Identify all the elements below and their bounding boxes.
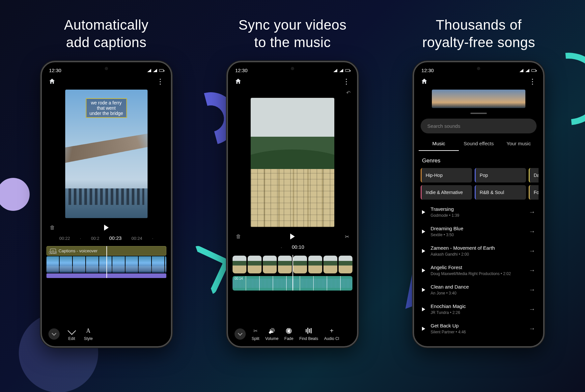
wifi-icon xyxy=(519,69,523,72)
fade-tool[interactable]: Fade xyxy=(284,327,293,341)
volume-label: Volume xyxy=(265,336,278,341)
chevron-down-icon xyxy=(238,331,242,336)
collapse-button[interactable] xyxy=(48,328,60,340)
genre-chips-row[interactable]: Hip-HopPopDa xyxy=(419,168,539,185)
audio-label: Audio Cl xyxy=(324,336,339,341)
battery-icon xyxy=(531,69,536,72)
time-mark: 00:22 xyxy=(59,236,70,241)
sound-tabs: Music Sound effects Your music xyxy=(419,138,539,151)
arrow-right-icon[interactable]: → xyxy=(529,208,535,216)
play-icon[interactable] xyxy=(422,268,425,272)
home-icon[interactable] xyxy=(48,78,56,86)
genres-heading: Genres xyxy=(419,155,539,168)
song-row[interactable]: Enochian MagicJR Tundra • 2:26→ xyxy=(419,299,539,319)
play-icon[interactable] xyxy=(422,249,425,253)
tab-your-music[interactable]: Your music xyxy=(499,138,539,151)
status-bar: 12:30 xyxy=(419,66,539,76)
time-ruler[interactable]: ◦ 00:10 xyxy=(233,242,352,255)
caption-overlay[interactable]: we rode a ferry that wentunder the bridg… xyxy=(86,98,127,118)
arrow-right-icon[interactable]: → xyxy=(529,286,535,294)
play-icon[interactable] xyxy=(422,288,425,292)
time-ruler[interactable]: 00:22· 00:2 00:23 00:24· xyxy=(46,233,166,246)
speaker-icon xyxy=(268,327,275,334)
tab-music[interactable]: Music xyxy=(419,138,459,151)
equalizer-icon xyxy=(305,327,312,334)
signal-icon xyxy=(153,69,157,72)
play-icon[interactable] xyxy=(422,307,425,311)
audio-clip-tool[interactable]: Audio Cl xyxy=(324,327,339,341)
arrow-right-icon[interactable]: → xyxy=(529,325,535,332)
find-beats-label: Find Beats xyxy=(299,336,318,341)
song-title: Zameen - Movement of Earth xyxy=(431,245,523,251)
song-list[interactable]: TraversingGodmode • 1:39→Dreaming BlueSe… xyxy=(419,202,539,338)
phone-mock-3: 12:30 ⋯ Search sounds Music Sound effect… xyxy=(413,61,544,348)
song-subtitle: An Jone • 3:40 xyxy=(431,291,523,295)
playhead[interactable] xyxy=(106,246,107,278)
add-icon xyxy=(328,327,335,334)
collapse-button[interactable] xyxy=(235,328,246,340)
song-row[interactable]: Dreaming BlueSextile • 3:50→ xyxy=(419,222,539,241)
phone-mock-2: 12:30 ⋯ ↶ 🗑 ◦ 00:10 00: xyxy=(227,61,358,348)
song-subtitle: Sextile • 3:50 xyxy=(431,233,523,237)
play-icon[interactable] xyxy=(290,234,295,239)
edit-tool[interactable]: Edit xyxy=(68,327,75,341)
status-bar: 12:30 xyxy=(233,66,352,76)
video-preview[interactable]: we rode a ferry that wentunder the bridg… xyxy=(65,90,148,218)
headline-3: Thousands ofroyalty-free songs xyxy=(422,16,535,51)
song-subtitle: Doug Maxwell/Media Right Productions • 2… xyxy=(431,271,523,276)
signal-icon xyxy=(339,69,343,72)
genre-chip[interactable]: Pop xyxy=(475,168,526,182)
search-input[interactable]: Search sounds xyxy=(421,119,537,133)
pencil-icon xyxy=(68,326,76,335)
song-title: Angelic Forest xyxy=(431,265,523,270)
play-icon[interactable] xyxy=(422,327,425,331)
signal-icon xyxy=(525,69,529,72)
play-icon[interactable] xyxy=(422,210,425,214)
undo-icon[interactable]: ↶ xyxy=(346,90,350,96)
genre-chip[interactable]: Indie & Alternative xyxy=(421,185,472,200)
video-preview[interactable] xyxy=(432,90,525,108)
genre-chips-row[interactable]: Indie & AlternativeR&B & SoulFo xyxy=(419,185,539,202)
song-row[interactable]: Zameen - Movement of EarthAakash Gandhi … xyxy=(419,241,539,261)
home-icon[interactable] xyxy=(421,78,428,86)
fade-label: Fade xyxy=(284,336,293,341)
song-title: Dreaming Blue xyxy=(431,226,523,231)
timeline[interactable]: 00:14 xyxy=(233,255,352,291)
delete-icon[interactable]: 🗑 xyxy=(236,234,241,239)
arrow-right-icon[interactable]: → xyxy=(529,228,535,235)
arrow-right-icon[interactable]: → xyxy=(529,266,535,274)
genre-chip[interactable]: R&B & Soul xyxy=(475,185,526,200)
scissors-icon[interactable] xyxy=(345,234,349,240)
time-current: 00:23 xyxy=(109,235,122,241)
volume-tool[interactable]: Volume xyxy=(265,327,278,341)
song-row[interactable]: Angelic ForestDoug Maxwell/Media Right P… xyxy=(419,261,539,280)
genre-chip[interactable]: Da xyxy=(529,168,539,182)
drag-handle[interactable] xyxy=(470,113,487,114)
genre-chip[interactable]: Hip-Hop xyxy=(421,168,472,182)
video-preview[interactable] xyxy=(251,98,334,227)
song-row[interactable]: Get Back UpSilent Partner • 4:46→ xyxy=(419,319,539,338)
caption-track-time: 00:03 xyxy=(49,251,57,255)
timeline[interactable]: cc Captions - voiceover 00:03 xyxy=(46,246,166,278)
split-tool[interactable]: Split xyxy=(252,327,259,341)
song-row[interactable]: TraversingGodmode • 1:39→ xyxy=(419,202,539,222)
arrow-right-icon[interactable]: → xyxy=(529,247,535,255)
home-icon[interactable] xyxy=(235,78,242,86)
delete-icon[interactable]: 🗑 xyxy=(50,225,55,231)
find-beats-tool[interactable]: Find Beats xyxy=(299,327,318,341)
song-row[interactable]: Clean and DanceAn Jone • 3:40→ xyxy=(419,280,539,299)
tab-sound-effects[interactable]: Sound effects xyxy=(459,138,499,151)
genre-chip[interactable]: Fo xyxy=(529,185,539,200)
chevron-down-icon xyxy=(52,331,56,336)
clock: 12:30 xyxy=(49,68,62,73)
caption-track-label: Captions - voiceover xyxy=(59,248,98,253)
play-icon[interactable] xyxy=(104,225,109,231)
playhead[interactable] xyxy=(292,255,293,291)
song-title: Clean and Dance xyxy=(431,284,523,290)
arrow-right-icon[interactable]: → xyxy=(529,305,535,313)
play-icon[interactable] xyxy=(422,230,425,234)
headline-2: Sync your videosto the music xyxy=(238,16,347,51)
wifi-icon xyxy=(333,69,337,72)
audio-track-time: 00:14 xyxy=(235,277,243,280)
style-tool[interactable]: AStyle xyxy=(84,327,93,341)
